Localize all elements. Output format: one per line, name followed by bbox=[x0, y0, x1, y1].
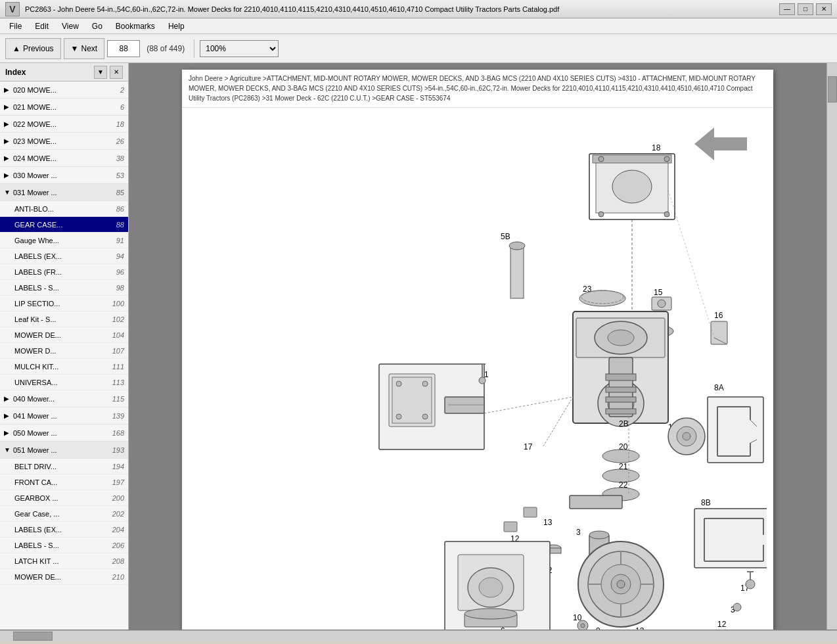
svg-point-123 bbox=[464, 609, 517, 619]
sidebar-item-022[interactable]: ▶022 MOWE...18 bbox=[0, 116, 128, 133]
toggle-icon: ▶ bbox=[4, 137, 13, 145]
sidebar-subitem-031-lipsec[interactable]: LIP SECTIO...100 bbox=[0, 296, 128, 311]
toggle-icon: ▶ bbox=[4, 395, 13, 402]
sidebar-item-label: 040 Mower... bbox=[13, 395, 110, 403]
sidebar-subitem-051-mowerde[interactable]: MOWER DE...210 bbox=[0, 569, 128, 585]
sidebar-item-030[interactable]: ▶030 Mower ...53 bbox=[0, 167, 128, 184]
svg-point-69 bbox=[479, 377, 486, 384]
maximize-button[interactable]: □ bbox=[798, 3, 813, 15]
svg-rect-6 bbox=[593, 155, 671, 163]
svg-text:12: 12 bbox=[717, 620, 727, 629]
sidebar-subitem-031-mulchkit[interactable]: MULCH KIT...111 bbox=[0, 359, 128, 375]
sidebar-subitem-031-gaugewhe[interactable]: Gauge Whe...91 bbox=[0, 233, 128, 248]
status-bar bbox=[0, 630, 837, 644]
sidebar-subitem-label: MOWER D... bbox=[14, 347, 110, 355]
toggle-icon: ▶ bbox=[4, 103, 13, 110]
sidebar-subitem-label: MOWER DE... bbox=[14, 331, 110, 339]
sidebar-subitem-051-frontca[interactable]: FRONT CA...197 bbox=[0, 474, 128, 490]
sidebar-subitem-031-labelsex[interactable]: LABELS (EX...94 bbox=[0, 248, 128, 264]
breadcrumb: John Deere > Agriculture >ATTACHMENT, MI… bbox=[182, 70, 773, 108]
sidebar-close-button[interactable]: ✕ bbox=[110, 66, 123, 79]
sidebar-item-label: 030 Mower ... bbox=[13, 172, 114, 179]
sidebar-item-020[interactable]: ▶020 MOWE...2 bbox=[0, 81, 128, 99]
menu-item-bookmarks[interactable]: Bookmarks bbox=[109, 20, 162, 32]
sidebar-subitem-label: ANTI-BLO... bbox=[14, 205, 114, 213]
svg-point-63 bbox=[422, 381, 428, 386]
svg-rect-35 bbox=[606, 397, 636, 402]
sidebar-item-021[interactable]: ▶021 MOWE...6 bbox=[0, 99, 128, 116]
sidebar-subitem-031-labelss[interactable]: LABELS - S...98 bbox=[0, 280, 128, 296]
sidebar-item-031[interactable]: ▼031 Mower ...85 bbox=[0, 184, 128, 201]
sidebar-subitem-051-labelss[interactable]: LABELS - S...206 bbox=[0, 538, 128, 553]
sidebar-item-024[interactable]: ▶024 MOWE...38 bbox=[0, 150, 128, 167]
toggle-icon: ▶ bbox=[4, 86, 13, 93]
page-input[interactable] bbox=[107, 40, 140, 57]
sidebar-subitem-031-antiblo[interactable]: ANTI-BLO...86 bbox=[0, 201, 128, 217]
sidebar-controls: ▼ ✕ bbox=[94, 66, 123, 79]
sidebar-subitem-031-mowerd2[interactable]: MOWER D...107 bbox=[0, 343, 128, 359]
sidebar-subitem-051-gearcase202[interactable]: Gear Case, ...202 bbox=[0, 506, 128, 522]
minimize-button[interactable]: — bbox=[779, 3, 795, 15]
svg-point-13 bbox=[509, 242, 525, 250]
h-scroll-thumb[interactable] bbox=[13, 632, 53, 641]
sidebar-item-label: 041 Mower ... bbox=[13, 412, 110, 420]
prev-arrow-icon: ▲ bbox=[12, 44, 20, 53]
svg-text:13: 13 bbox=[543, 518, 553, 527]
sidebar-item-label: 024 MOWE... bbox=[13, 154, 114, 162]
sidebar-item-page: 2 bbox=[120, 86, 124, 94]
sidebar-title: Index bbox=[5, 68, 26, 77]
svg-rect-104 bbox=[694, 509, 767, 568]
sidebar-subitem-031-mowerde1[interactable]: MOWER DE...104 bbox=[0, 327, 128, 343]
sidebar-subitem-051-gearbox[interactable]: GEARBOX ...200 bbox=[0, 490, 128, 506]
sidebar-subitem-page: 107 bbox=[112, 347, 124, 355]
svg-point-98 bbox=[581, 624, 585, 628]
svg-point-91 bbox=[617, 580, 625, 588]
sidebar-subitem-051-latchkit[interactable]: LATCH KIT ...208 bbox=[0, 553, 128, 569]
svg-text:16: 16 bbox=[714, 311, 723, 320]
horizontal-scrollbar[interactable] bbox=[0, 630, 837, 641]
sidebar-item-page: 193 bbox=[112, 446, 124, 454]
sidebar-item-041[interactable]: ▶041 Mower ...139 bbox=[0, 407, 128, 425]
sidebar-subitem-031-gearcase[interactable]: GEAR CASE...88 bbox=[0, 217, 128, 233]
svg-rect-12 bbox=[510, 246, 524, 298]
sidebar-subitem-051-labelsex[interactable]: LABELS (EX...204 bbox=[0, 522, 128, 538]
sidebar-item-label: 050 Mower ... bbox=[13, 429, 110, 437]
vertical-scrollbar[interactable] bbox=[826, 63, 837, 630]
sidebar-subitem-label: Leaf Kit - S... bbox=[14, 315, 110, 323]
sidebar-content: ▶020 MOWE...2▶021 MOWE...6▶022 MOWE...18… bbox=[0, 81, 128, 630]
svg-point-28 bbox=[608, 330, 634, 346]
sidebar-item-page: 38 bbox=[116, 154, 124, 162]
sidebar-item-023[interactable]: ▶023 MOWE...26 bbox=[0, 133, 128, 150]
sidebar-item-page: 115 bbox=[112, 395, 124, 403]
toggle-icon: ▶ bbox=[4, 120, 13, 127]
menu-item-view[interactable]: View bbox=[55, 20, 85, 32]
sidebar-subitem-051-beltdriv[interactable]: BELT DRIV...194 bbox=[0, 459, 128, 474]
sidebar-item-page: 168 bbox=[112, 429, 124, 437]
svg-rect-23 bbox=[711, 321, 727, 344]
zoom-select[interactable]: 50%75%100%125%150%200% bbox=[200, 40, 279, 57]
sidebar-item-050[interactable]: ▶050 Mower ...168 bbox=[0, 425, 128, 442]
close-button[interactable]: ✕ bbox=[816, 3, 832, 15]
sidebar-subitem-label: LIP SECTIO... bbox=[14, 300, 110, 308]
title-bar: V PC2863 - John Deere 54-in.,54C,60-in.,… bbox=[0, 0, 837, 18]
sidebar-subitem-page: 204 bbox=[112, 526, 124, 534]
sidebar-item-label: 021 MOWE... bbox=[13, 103, 118, 111]
next-button[interactable]: ▼ Next bbox=[64, 38, 105, 59]
scroll-thumb[interactable] bbox=[828, 76, 837, 103]
sidebar-subitem-031-universal[interactable]: UNIVERSA...113 bbox=[0, 375, 128, 390]
content-area[interactable]: John Deere > Agriculture >ATTACHMENT, MI… bbox=[129, 63, 826, 630]
svg-text:18: 18 bbox=[652, 143, 661, 152]
sidebar-subitem-page: 104 bbox=[112, 331, 124, 339]
sidebar-subitem-031-labelsfr[interactable]: LABELS (FR...96 bbox=[0, 264, 128, 280]
sidebar-item-051[interactable]: ▼051 Mower ...193 bbox=[0, 442, 128, 459]
menu-item-file[interactable]: File bbox=[3, 20, 28, 32]
sidebar-collapse-button[interactable]: ▼ bbox=[94, 66, 107, 79]
prev-button[interactable]: ▲ Previous bbox=[5, 38, 61, 59]
sidebar-item-040[interactable]: ▶040 Mower...115 bbox=[0, 390, 128, 407]
menu-item-help[interactable]: Help bbox=[162, 20, 191, 32]
menu-item-edit[interactable]: Edit bbox=[28, 20, 55, 32]
svg-point-7 bbox=[599, 156, 604, 162]
menu-item-go[interactable]: Go bbox=[85, 20, 109, 32]
toolbar-separator bbox=[194, 39, 194, 58]
sidebar-subitem-031-leafkit[interactable]: Leaf Kit - S...102 bbox=[0, 311, 128, 327]
